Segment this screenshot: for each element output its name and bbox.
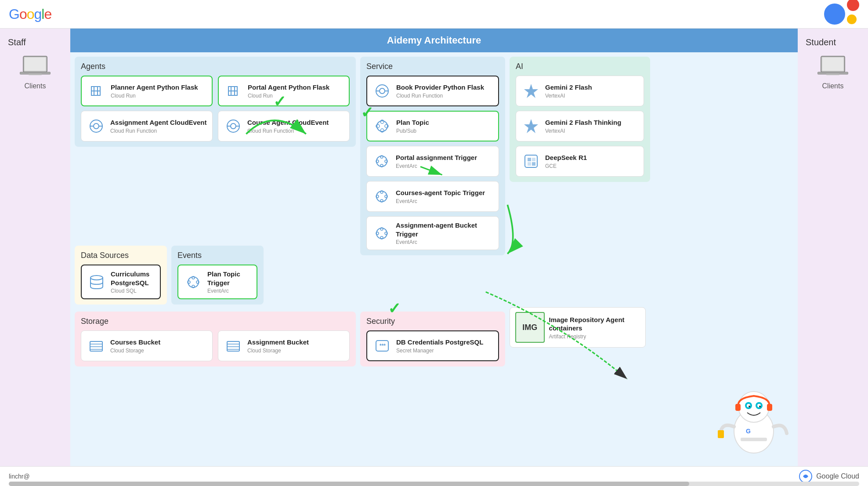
- db-credentials-text: DB Credentials PostgreSQL Secret Manager: [396, 338, 483, 354]
- svg-marker-45: [524, 119, 538, 133]
- bottom-bar: linchr@ Google Cloud: [0, 466, 868, 486]
- svg-rect-88: [826, 74, 839, 75]
- storage-label: Storage: [81, 317, 350, 326]
- db-credentials-sub: Secret Manager: [396, 348, 483, 354]
- artifact-box: IMG Image Repository Agent containers Ar…: [510, 307, 646, 348]
- assignment-agent-text: Assignment Agent CloudEvent Cloud Run Fu…: [110, 118, 206, 134]
- book-provider-text: Book Provider Python Flask Cloud Run Fun…: [396, 83, 484, 99]
- student-client-icon: Clients: [817, 54, 848, 90]
- storage-row: Courses Bucket Cloud Storage: [81, 330, 350, 361]
- security-label: Security: [366, 317, 499, 326]
- svg-point-34: [376, 191, 387, 202]
- portal-agent-text: Portal Agent Python Flask Cloud Run: [248, 83, 329, 99]
- svg-rect-77: [718, 430, 724, 438]
- assignment-agent-name: Assignment Agent CloudEvent: [110, 118, 206, 127]
- assignment-agent-trigger-sub: EventArc: [396, 239, 493, 245]
- svg-rect-3: [29, 74, 42, 75]
- staff-laptop-icon: [20, 54, 51, 79]
- g-blue2: g: [34, 6, 41, 22]
- plan-topic-trigger-text: Plan Topic Trigger EventArc: [207, 270, 251, 294]
- portal-agent-icon: [224, 81, 243, 101]
- planner-agent-icon: [87, 81, 106, 101]
- svg-point-24: [377, 121, 387, 131]
- agents-row2: Assignment Agent CloudEvent Cloud Run Fu…: [81, 111, 350, 141]
- agents-label: Agents: [81, 62, 350, 71]
- course-agent-name: Course Agent CloudEvent: [247, 118, 329, 127]
- assignment-bucket-icon: [224, 336, 243, 355]
- security-section: Security *** DB Credentials PostgreSQL S…: [360, 312, 505, 366]
- student-client-label: Clients: [822, 82, 844, 90]
- curriculums-icon: [87, 272, 106, 292]
- course-agent-card: Course Agent CloudEvent Cloud Run Functi…: [218, 111, 350, 141]
- storage-section: Storage Courses Bu: [75, 312, 356, 366]
- artifact-sub: Artifact Registry: [549, 334, 640, 340]
- plan-topic-icon: [373, 116, 392, 136]
- gemini-flash-text: Gemini 2 Flash VertexAI: [545, 83, 592, 99]
- events-section: Events Plan Topic Trigger EventAr: [171, 246, 264, 305]
- assignment-bucket-text: Assignment Bucket Cloud Storage: [247, 338, 309, 354]
- gemini-thinking-sub: VertexAI: [545, 128, 621, 134]
- course-agent-text: Course Agent CloudEvent Cloud Run Functi…: [247, 118, 329, 134]
- svg-rect-47: [528, 158, 531, 161]
- curriculums-name: Curriculums PostgreSQL: [111, 270, 155, 287]
- portal-assignment-name: Portal assignment Trigger: [396, 153, 477, 162]
- robot-svg: G: [714, 374, 793, 462]
- bottom-user: linchr@: [9, 473, 30, 480]
- svg-point-29: [376, 156, 387, 167]
- scrollbar-thumb[interactable]: [9, 482, 689, 486]
- datasources-section: Data Sources Curriculums PostgreSQL Clou…: [75, 246, 167, 305]
- courses-agent-trigger-icon: [372, 187, 391, 206]
- center-diagram: Aidemy Architecture Agents: [70, 29, 798, 466]
- assignment-agent-icon: [87, 116, 106, 136]
- portal-assignment-card: Portal assignment Trigger EventArc: [366, 146, 499, 177]
- planner-agent-card: Planner Agent Python Flask Cloud Run: [81, 76, 213, 106]
- courses-bucket-sub: Cloud Storage: [110, 348, 160, 354]
- gemini-flash-name: Gemini 2 Flash: [545, 83, 592, 92]
- service-label: Service: [366, 62, 499, 71]
- planner-agent-sub: Cloud Run: [111, 93, 198, 99]
- diagram-body: Agents Planner Age: [70, 52, 798, 466]
- gemini-thinking-icon: [521, 116, 541, 136]
- svg-point-74: [759, 406, 761, 407]
- plan-topic-trigger-card: Plan Topic Trigger EventArc: [177, 265, 257, 299]
- g-red: o: [19, 6, 27, 22]
- portal-assignment-sub: EventArc: [396, 163, 477, 169]
- assignment-agent-sub: Cloud Run Function: [110, 128, 206, 134]
- deepseek-sub: GCE: [545, 163, 587, 169]
- curriculums-sub: Cloud SQL: [111, 288, 155, 294]
- courses-agent-trigger-sub: EventArc: [396, 198, 485, 204]
- g-yellow: o: [27, 6, 34, 22]
- portal-agent-sub: Cloud Run: [248, 93, 329, 99]
- gemini-thinking-text: Gemini 2 Flash Thinking VertexAI: [545, 118, 621, 134]
- svg-point-52: [188, 277, 199, 287]
- svg-point-13: [94, 123, 99, 129]
- course-agent-sub: Cloud Run Function: [247, 128, 329, 134]
- svg-rect-48: [532, 158, 535, 161]
- gemini-thinking-name: Gemini 2 Flash Thinking: [545, 118, 621, 127]
- arch-title-bar: Aidemy Architecture: [70, 29, 798, 52]
- curriculums-card: Curriculums PostgreSQL Cloud SQL: [81, 265, 161, 299]
- course-agent-icon: [224, 116, 243, 136]
- planner-agent-text: Planner Agent Python Flask Cloud Run: [111, 83, 198, 99]
- plan-topic-name: Plan Topic: [396, 118, 429, 127]
- book-provider-sub: Cloud Run Function: [396, 93, 484, 99]
- artifact-img-box: IMG: [515, 312, 545, 343]
- plan-topic-trigger-icon: [184, 272, 203, 292]
- portal-agent-card: Portal Agent Python Flask Cloud Run: [218, 76, 350, 106]
- courses-bucket-icon: [87, 336, 106, 355]
- g-red2: e: [44, 6, 51, 22]
- db-credentials-name: DB Credentials PostgreSQL: [396, 338, 483, 347]
- plan-topic-trigger-sub: EventArc: [207, 288, 251, 294]
- gemini-flash-card: Gemini 2 Flash VertexAI: [516, 76, 644, 106]
- ai-label: AI: [516, 62, 644, 71]
- gemini-flash-icon: [521, 81, 541, 101]
- main-content: Staff Clients Aidemy Architecture Agents: [0, 29, 868, 466]
- svg-rect-75: [735, 404, 741, 411]
- svg-point-39: [376, 228, 387, 239]
- scrollbar[interactable]: [9, 482, 859, 486]
- datasources-label: Data Sources: [81, 251, 161, 260]
- student-laptop-icon: [817, 54, 848, 79]
- service-section: Service Book Provi: [360, 57, 505, 255]
- top-bar: Google: [0, 0, 868, 29]
- book-provider-name: Book Provider Python Flask: [396, 83, 484, 92]
